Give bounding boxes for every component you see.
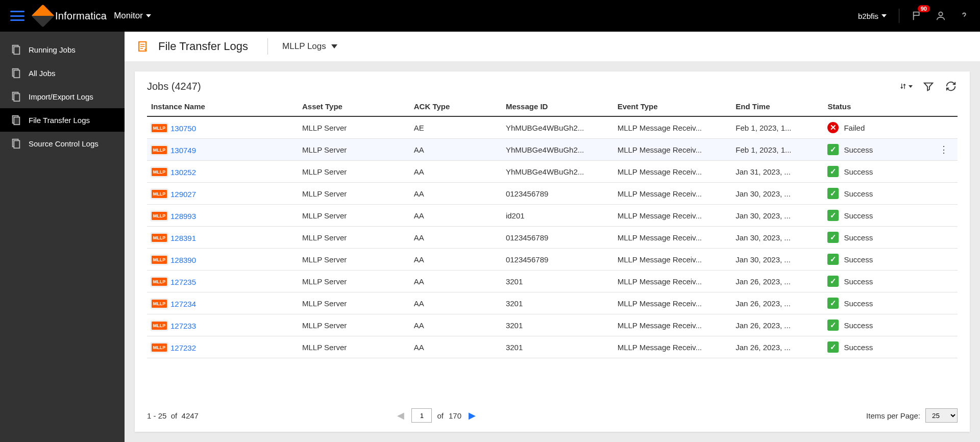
instance-link[interactable]: MLLP127233	[151, 321, 196, 330]
sidebar-item-import-export-logs[interactable]: Import/Export Logs	[0, 85, 125, 108]
end-time-cell: Jan 26, 2023, ...	[731, 336, 823, 358]
column-header[interactable]: Asset Type	[298, 97, 410, 116]
message-id-cell: YhMUBGe4WBuGh2...	[502, 116, 614, 139]
table-row[interactable]: MLLP129027MLLP ServerAA0123456789MLLP Me…	[147, 183, 958, 205]
status-cell: ✓Success	[827, 320, 931, 331]
next-page-button[interactable]: ▶	[467, 410, 478, 421]
brand-area: Informatica	[35, 8, 107, 24]
event-type-cell: MLLP Message Receiv...	[614, 249, 732, 271]
sidebar-item-file-transfer-logs[interactable]: File Transfer Logs	[0, 108, 125, 132]
sidebar-item-all-jobs[interactable]: All Jobs	[0, 61, 125, 85]
instance-link[interactable]: MLLP127235	[151, 277, 196, 286]
row-menu-button[interactable]: ⋮	[939, 148, 948, 151]
table-row[interactable]: MLLP127235MLLP ServerAA3201MLLP Message …	[147, 271, 958, 292]
triangle-down-icon	[331, 44, 337, 48]
instance-link[interactable]: MLLP130252	[151, 167, 196, 177]
svg-rect-4	[14, 70, 19, 78]
svg-rect-8	[14, 117, 19, 125]
jobs-panel: Jobs (4247) Instance NameAsset TypeACK T…	[135, 71, 970, 432]
event-type-cell: MLLP Message Receiv...	[614, 161, 732, 183]
event-type-cell: MLLP Message Receiv...	[614, 205, 732, 227]
svg-point-0	[939, 12, 942, 16]
message-id-cell: 3201	[502, 314, 614, 336]
end-time-cell: Jan 30, 2023, ...	[731, 205, 823, 227]
ack-type-cell: AA	[410, 183, 502, 205]
of-label: of	[437, 411, 444, 420]
asset-type-cell: MLLP Server	[298, 116, 410, 139]
log-type-label: MLLP Logs	[282, 41, 326, 52]
table-row[interactable]: MLLP127233MLLP ServerAA3201MLLP Message …	[147, 314, 958, 336]
table-row[interactable]: MLLP127234MLLP ServerAA3201MLLP Message …	[147, 292, 958, 314]
instance-link[interactable]: MLLP129027	[151, 189, 196, 199]
asset-type-cell: MLLP Server	[298, 183, 410, 205]
table-row[interactable]: MLLP127232MLLP ServerAA3201MLLP Message …	[147, 336, 958, 358]
table-row[interactable]: MLLP130749MLLP ServerAAYhMUBGe4WBuGh2...…	[147, 139, 958, 161]
message-id-cell: 3201	[502, 292, 614, 314]
page-input[interactable]	[411, 408, 432, 423]
instance-link[interactable]: MLLP128391	[151, 233, 196, 242]
mllp-icon: MLLP	[151, 321, 167, 330]
status-cell: ✓Success	[827, 144, 931, 155]
message-id-cell: 3201	[502, 271, 614, 292]
refresh-button[interactable]	[944, 80, 958, 93]
table-row[interactable]: MLLP130252MLLP ServerAAYhMUBGe4WBuGh2...…	[147, 161, 958, 183]
main-content: File Transfer Logs MLLP Logs Jobs (4247)	[125, 32, 980, 442]
mllp-icon: MLLP	[151, 211, 167, 220]
message-id-cell: 0123456789	[502, 227, 614, 249]
filter-button[interactable]	[922, 80, 935, 93]
table-row[interactable]: MLLP128391MLLP ServerAA0123456789MLLP Me…	[147, 227, 958, 249]
column-header[interactable]: Message ID	[502, 97, 614, 116]
table-row[interactable]: MLLP130750MLLP ServerAEYhMUBGe4WBuGh2...…	[147, 116, 958, 139]
instance-link[interactable]: MLLP130750	[151, 124, 196, 133]
message-id-cell: id201	[502, 205, 614, 227]
message-id-cell: YhMUBGe4WBuGh2...	[502, 161, 614, 183]
check-icon: ✓	[827, 232, 839, 243]
log-type-dropdown[interactable]: MLLP Logs	[282, 41, 337, 52]
sort-button[interactable]	[899, 80, 913, 93]
instance-link[interactable]: MLLP128390	[151, 255, 196, 264]
mllp-icon: MLLP	[151, 299, 167, 308]
user-menu[interactable]: b2bfis	[858, 12, 887, 20]
asset-type-cell: MLLP Server	[298, 205, 410, 227]
asset-type-cell: MLLP Server	[298, 227, 410, 249]
document-icon	[10, 114, 21, 126]
svg-rect-10	[14, 141, 19, 149]
instance-link[interactable]: MLLP127234	[151, 299, 196, 308]
end-time-cell: Jan 26, 2023, ...	[731, 314, 823, 336]
instance-link[interactable]: MLLP127232	[151, 343, 196, 352]
check-icon: ✓	[827, 320, 839, 331]
asset-type-cell: MLLP Server	[298, 292, 410, 314]
column-header[interactable]: Event Type	[614, 97, 732, 116]
sidebar-item-label: Source Control Logs	[29, 139, 99, 148]
app-name-label: Monitor	[114, 11, 143, 21]
notifications-button[interactable]: 90	[912, 10, 923, 21]
status-cell: ✕Failed	[827, 122, 931, 133]
status-cell: ✓Success	[827, 298, 931, 309]
check-icon: ✓	[827, 276, 839, 287]
instance-link[interactable]: MLLP130749	[151, 145, 196, 155]
prev-page-button[interactable]: ◀	[395, 410, 406, 421]
table-row[interactable]: MLLP128993MLLP ServerAAid201MLLP Message…	[147, 205, 958, 227]
column-header[interactable]: Instance Name	[147, 97, 298, 116]
message-id-cell: 3201	[502, 336, 614, 358]
profile-button[interactable]	[935, 10, 946, 21]
sidebar-item-label: Running Jobs	[29, 45, 76, 54]
instance-link[interactable]: MLLP128993	[151, 211, 196, 220]
column-header[interactable]: Status	[823, 97, 935, 116]
items-per-page-select[interactable]: 25	[925, 408, 958, 423]
ack-type-cell: AA	[410, 227, 502, 249]
app-switcher[interactable]: Monitor	[114, 11, 151, 21]
table-row[interactable]: MLLP128390MLLP ServerAA0123456789MLLP Me…	[147, 249, 958, 271]
event-type-cell: MLLP Message Receiv...	[614, 183, 732, 205]
document-icon	[10, 91, 21, 102]
column-header[interactable]: End Time	[731, 97, 823, 116]
pagination: 1 - 25 of 4247 ◀ of 170 ▶ Items per Page…	[135, 401, 970, 432]
menu-toggle-button[interactable]	[10, 11, 24, 21]
column-header[interactable]: ACK Type	[410, 97, 502, 116]
help-button[interactable]	[959, 10, 970, 21]
sidebar-item-running-jobs[interactable]: Running Jobs	[0, 38, 125, 61]
status-cell: ✓Success	[827, 166, 931, 177]
error-icon: ✕	[827, 122, 839, 133]
logo-icon	[31, 4, 54, 27]
sidebar-item-source-control-logs[interactable]: Source Control Logs	[0, 132, 125, 155]
